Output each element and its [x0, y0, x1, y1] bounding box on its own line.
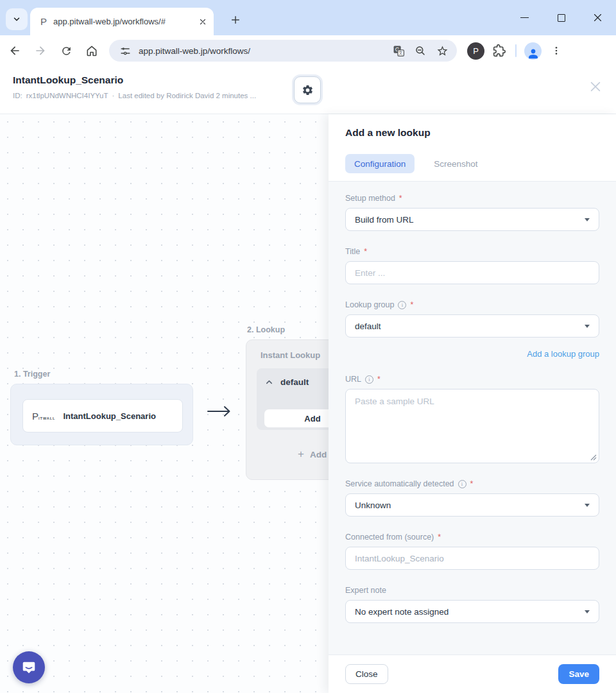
bookmark-star-icon[interactable] — [434, 42, 450, 59]
caret-down-icon — [585, 610, 590, 613]
site-favicon: Ρ — [40, 16, 47, 27]
expert-note-label-text: Expert note — [345, 586, 386, 595]
maximize-icon — [558, 14, 565, 22]
add-lookup-group-row: Add a lookup group — [345, 349, 599, 359]
meta-separator: · — [112, 92, 115, 99]
connected-from-label: Connected from (source) * — [345, 533, 599, 542]
gear-icon — [302, 84, 314, 96]
back-button[interactable] — [4, 40, 26, 62]
trigger-node[interactable]: Ρ ITWALL IntantLookup_Scenario — [10, 384, 193, 445]
setup-method-label: Setup method * — [345, 194, 599, 203]
chat-bubble-icon — [21, 659, 37, 676]
zoom-out-icon[interactable] — [412, 42, 429, 59]
plus-icon — [230, 15, 241, 25]
title-group: Title * — [345, 247, 599, 284]
reload-icon — [60, 45, 73, 57]
setup-method-group: Setup method * Build from URL — [345, 194, 599, 231]
required-marker: * — [364, 247, 367, 256]
close-button[interactable]: Close — [345, 664, 388, 684]
lookup-node[interactable]: Instant Lookup default Add + Add — [246, 339, 329, 480]
title-label-text: Title — [345, 247, 360, 256]
lookup-add-button[interactable]: Add — [264, 409, 329, 427]
panel-title: Add a new lookup — [345, 127, 599, 139]
trigger-node-inner[interactable]: Ρ ITWALL IntantLookup_Scenario — [22, 399, 183, 432]
close-window-button[interactable] — [579, 0, 616, 35]
site-info-icon[interactable] — [117, 42, 133, 59]
caret-down-icon — [585, 218, 590, 221]
translate-icon[interactable]: G文 — [390, 42, 407, 59]
workflow-id-value: rx1tlpUNdWNHCI4IYYuT — [26, 92, 108, 99]
lookup-group-group: Lookup group * default — [345, 300, 599, 338]
setup-method-value: Build from URL — [355, 215, 414, 225]
expert-note-label: Expert note — [345, 586, 599, 595]
title-input[interactable] — [345, 261, 599, 284]
connected-from-label-text: Connected from (source) — [345, 533, 434, 542]
workflow-id-label: ID: — [13, 92, 22, 99]
close-icon — [593, 13, 603, 22]
connected-from-input[interactable] — [345, 547, 599, 570]
last-edited-text: Last edited by Rodirick David 2 minutes … — [118, 92, 256, 99]
browser-menu-kebab-icon[interactable] — [547, 41, 566, 60]
workflow-content: 1. Trigger Ρ ITWALL IntantLookup_Scenari… — [0, 114, 616, 693]
setup-method-select[interactable]: Build from URL — [345, 208, 599, 231]
lookup-step-label: 2. Lookup — [247, 325, 285, 334]
person-icon — [527, 47, 540, 60]
reload-button[interactable] — [55, 40, 77, 62]
required-marker: * — [377, 375, 381, 384]
lookup-node-title: Instant Lookup — [261, 350, 320, 360]
address-bar[interactable]: app.pitwall-web.jp/workflows/ G文 — [109, 40, 457, 62]
add-lookup-group-link[interactable]: Add a lookup group — [527, 349, 599, 359]
pitwall-logo-p: Ρ — [32, 411, 38, 422]
lookup-group-header[interactable]: default — [264, 377, 309, 387]
tab-configuration[interactable]: Configuration — [345, 154, 415, 173]
service-select[interactable]: Unknown — [345, 493, 599, 517]
lookup-group-name: default — [280, 377, 309, 387]
workflow-canvas[interactable]: 1. Trigger Ρ ITWALL IntantLookup_Scenari… — [0, 114, 329, 693]
panel-close-x-button[interactable] — [586, 78, 604, 96]
url-text[interactable]: app.pitwall-web.jp/workflows/ — [139, 46, 385, 56]
home-icon — [85, 44, 98, 57]
browser-toolbar: app.pitwall-web.jp/workflows/ G文 Ρ — [0, 35, 616, 66]
toolbar-divider — [515, 44, 517, 57]
new-tab-button[interactable] — [226, 10, 245, 30]
support-chat-button[interactable] — [13, 651, 45, 683]
add-lookup-link[interactable]: + Add — [298, 448, 327, 461]
service-group: Service automatically detected * Unknown — [345, 479, 599, 517]
maximize-button[interactable] — [543, 0, 579, 35]
expert-note-select[interactable]: No expert note assigned — [345, 600, 599, 623]
forward-button[interactable] — [30, 40, 51, 62]
tab-search-button[interactable] — [6, 8, 28, 30]
plus-icon: + — [298, 448, 304, 461]
minimize-icon — [520, 17, 529, 18]
info-icon — [458, 480, 466, 488]
lookup-group-card[interactable]: default Add — [257, 368, 329, 430]
profile-avatar[interactable] — [524, 42, 542, 60]
pitwall-extension-icon[interactable]: Ρ — [467, 42, 484, 60]
url-textarea[interactable] — [345, 389, 599, 463]
home-button[interactable] — [81, 40, 103, 62]
svg-text:文: 文 — [398, 50, 403, 56]
url-group: URL * — [345, 375, 599, 463]
save-button[interactable]: Save — [558, 664, 599, 684]
required-marker: * — [410, 300, 413, 309]
tab-close-icon[interactable] — [197, 16, 209, 28]
service-label: Service automatically detected * — [345, 479, 599, 488]
panel-header: Add a new lookup Configuration Screensho… — [329, 114, 616, 182]
workflow-settings-button[interactable] — [294, 76, 321, 103]
minimize-button[interactable] — [506, 0, 543, 35]
chevron-up-icon — [264, 377, 274, 387]
lookup-group-label: Lookup group * — [345, 300, 599, 309]
caret-down-icon — [585, 325, 590, 328]
tab-screenshot[interactable]: Screenshot — [425, 154, 486, 173]
workflow-header: IntantLookup_Scenario ID:rx1tlpUNdWNHCI4… — [0, 66, 616, 114]
extensions-puzzle-icon[interactable] — [490, 41, 509, 60]
expert-note-value: No expert note assigned — [355, 607, 449, 617]
browser-window: Ρ app.pitwall-web.jp/workflows/# — [0, 0, 616, 693]
workflow-meta: ID:rx1tlpUNdWNHCI4IYYuT · Last edited by… — [13, 92, 256, 99]
lookup-group-select[interactable]: default — [345, 314, 599, 338]
lookup-add-button-label: Add — [304, 414, 320, 424]
lookup-form: Setup method * Build from URL Title * — [329, 182, 616, 654]
connected-from-group: Connected from (source) * — [345, 533, 599, 570]
browser-tab[interactable]: Ρ app.pitwall-web.jp/workflows/# — [30, 8, 214, 35]
panel-tabs: Configuration Screenshot — [345, 154, 599, 181]
